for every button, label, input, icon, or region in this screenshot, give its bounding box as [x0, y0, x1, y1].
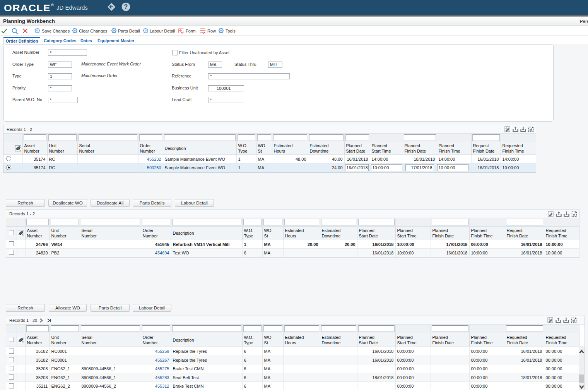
svg-text:?: ? [124, 3, 128, 10]
